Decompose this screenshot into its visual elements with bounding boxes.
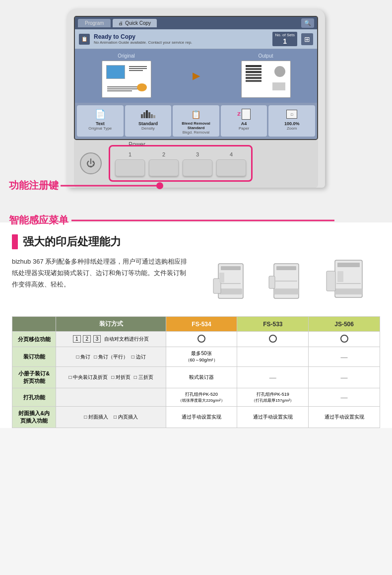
desc-punch — [56, 388, 166, 407]
register-key-3[interactable] — [183, 159, 212, 176]
fs534-booklet: 鞍式装订器 — [166, 367, 237, 388]
section-title: 强大的印后处理能力 — [23, 234, 121, 249]
tab-bar: Program 🖨 Quick Copy 🔍 — [75, 17, 317, 29]
svg-rect-15 — [337, 263, 360, 267]
section-marker — [12, 234, 18, 249]
fs533-booklet: — — [237, 367, 309, 388]
tool-btn-bkgd-removal[interactable]: 📋 Bleed Removal Standard Bkgd. Removal — [173, 105, 219, 137]
copier-section: Program 🖨 Quick Copy 🔍 📋 Ready to Co — [0, 0, 392, 222]
feature-booklet: 小册子装订&折页功能 — [12, 367, 56, 388]
reg-key-num-2: 2 — [149, 151, 179, 157]
svg-rect-5 — [219, 288, 242, 294]
table-row-sort: 分页移位功能 1 2 3 自动对文档进行分页 — [12, 332, 380, 347]
content-section: 强大的印后处理能力 bizhub 367 系列配备多种排纸处理器，用户可通过选购… — [0, 222, 392, 428]
fs533-sort — [237, 332, 309, 347]
tab-quick-copy[interactable]: 🖨 Quick Copy — [113, 19, 157, 27]
svg-rect-12 — [269, 276, 275, 288]
feature-cover: 封面插入&内页插入功能 — [12, 407, 56, 428]
js506-punch: — — [309, 388, 380, 407]
grid-icon[interactable]: ⊞ — [301, 33, 313, 45]
copier-body: Program 🖨 Quick Copy 🔍 📋 Ready to Co — [67, 9, 325, 188]
feature-punch: 打孔功能 — [12, 388, 56, 407]
table-row-cover: 封面插入&内页插入功能 □ 封面插入 □ 内页插入 通过手动设置实现 通过手动设… — [12, 407, 380, 428]
th-fs534: FS-534 — [166, 317, 237, 332]
bottom-panel: Power ⏻ 1 2 3 4 — [74, 140, 318, 188]
status-subtitle: No Animation Guide available. Contact yo… — [94, 40, 268, 45]
svg-rect-10 — [276, 266, 296, 270]
machine-js506-icon — [323, 256, 372, 303]
table-row-booklet: 小册子装订&折页功能 □ 中央装订及折页 □ 对折页 □ 三折页 鞍式装订器 —… — [12, 367, 380, 388]
fs534-punch: 打孔组件PK-520（纸张厚度最大220g/m²） — [166, 388, 237, 407]
preview-area: Original — [75, 49, 317, 103]
reg-key-num-3: 3 — [183, 151, 212, 157]
machine-fs533-icon — [266, 259, 306, 303]
feature-staple: 装订功能 — [12, 347, 56, 367]
no-of-sets: No. of Sets 1 — [272, 32, 297, 46]
tab-program[interactable]: Program — [78, 19, 111, 27]
fs533-cover: 通过手动设置实现 — [237, 407, 309, 428]
arrow-right-icon: ▶ — [193, 70, 200, 81]
tool-btn-original-type[interactable]: 📄 Text Original Type — [77, 105, 124, 137]
copy-icon: 📋 — [79, 34, 90, 45]
copier-screen: Program 🖨 Quick Copy 🔍 📋 Ready to Co — [74, 16, 318, 140]
check-circle — [197, 335, 205, 343]
section-title-row: 强大的印后处理能力 — [12, 234, 380, 249]
check-circle — [269, 335, 277, 343]
fs534-sort — [166, 332, 237, 347]
toolbar-area: 📄 Text Original Type — [75, 103, 317, 139]
svg-rect-11 — [274, 288, 299, 294]
reg-key-num-1: 1 — [115, 151, 145, 157]
tool-btn-paper[interactable]: ℤ A4 Paper — [221, 105, 267, 137]
output-preview: Output — [241, 53, 291, 98]
tool-btn-zoom[interactable]: □ 100.0% Zoom — [268, 105, 315, 137]
power-button[interactable]: ⏻ — [80, 152, 102, 174]
fs534-cover: 通过手动设置实现 — [166, 407, 237, 428]
fs533-staple — [237, 347, 309, 367]
desc-products-row: bizhub 367 系列配备多种排纸处理器，用户可通过选购相应排纸处理器实现诸… — [12, 256, 380, 308]
dash-mark: — — [341, 353, 348, 361]
svg-rect-4 — [221, 266, 241, 270]
original-preview: Original — [102, 53, 151, 98]
th-stapling-method: 装订方式 — [56, 317, 166, 332]
register-key-1[interactable] — [115, 159, 145, 176]
desc-staple: □ 角订 □ 角订（平行） □ 边订 — [56, 347, 166, 367]
check-circle — [340, 335, 348, 343]
status-title: Ready to Copy — [94, 33, 268, 40]
table-row-punch: 打孔功能 打孔组件PK-520（纸张厚度最大220g/m²） 打孔组件PK-51… — [12, 388, 380, 407]
product-images — [200, 256, 380, 308]
register-key-2[interactable] — [149, 159, 179, 176]
feature-table: 装订方式 FS-534 FS-533 JS-506 分页移位功能 1 2 3 自… — [12, 316, 380, 428]
search-icon[interactable]: 🔍 — [301, 18, 314, 28]
fs533-punch: 打孔组件PK-519（打孔纸最厚157g/m²） — [237, 388, 309, 407]
js506-cover: 通过手动设置实现 — [309, 407, 380, 428]
reg-key-num-4: 4 — [216, 151, 246, 157]
js506-staple: — — [309, 347, 380, 367]
status-info: Ready to Copy No Animation Guide availab… — [94, 33, 268, 45]
section-desc: bizhub 367 系列配备多种排纸处理器，用户可通过选购相应排纸处理器实现诸… — [12, 256, 191, 308]
svg-rect-16 — [335, 288, 362, 294]
js506-booklet: — — [309, 367, 380, 388]
th-js506: JS-506 — [309, 317, 380, 332]
machine-fs534-icon — [208, 259, 251, 303]
tool-btn-density[interactable]: Standard Density — [125, 105, 172, 137]
svg-rect-7 — [219, 273, 224, 283]
register-keys-container: 1 2 3 4 — [109, 145, 253, 182]
register-key-4[interactable] — [216, 159, 246, 176]
svg-rect-18 — [337, 271, 343, 282]
th-empty — [12, 317, 56, 332]
desc-sort: 1 2 3 自动对文档进行分页 — [56, 332, 166, 347]
fs534-staple: 最多50张（60～90g/m²） — [166, 347, 237, 367]
status-bar: 📋 Ready to Copy No Animation Guide avail… — [75, 29, 317, 49]
desc-booklet: □ 中央装订及折页 □ 对折页 □ 三折页 — [56, 367, 166, 388]
desc-cover: □ 封面插入 □ 内页插入 — [56, 407, 166, 428]
feature-sort: 分页移位功能 — [12, 332, 56, 347]
svg-rect-17 — [327, 271, 335, 291]
th-fs533: FS-533 — [237, 317, 309, 332]
js506-sort — [309, 332, 380, 347]
table-row-staple: 装订功能 □ 角订 □ 角订（平行） □ 边订 最多50张（60～90g/m²）… — [12, 347, 380, 367]
